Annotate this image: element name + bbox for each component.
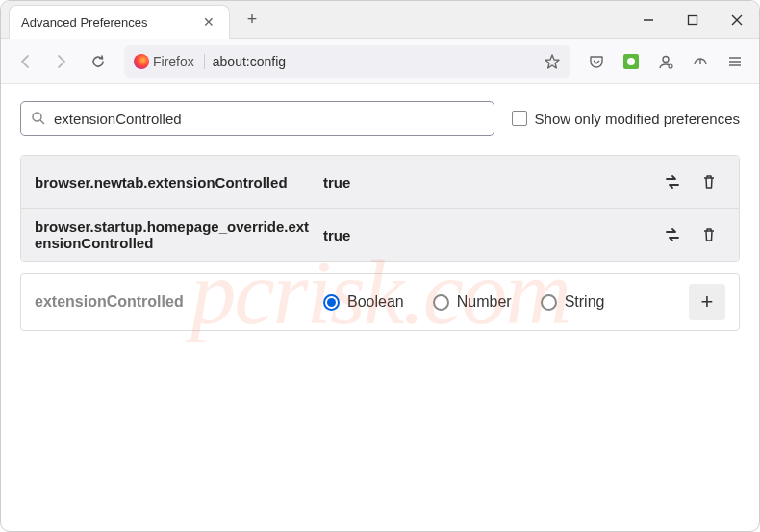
preference-row: browser.startup.homepage_override.extens… [21,209,739,261]
maximize-button[interactable] [671,1,715,38]
pocket-icon[interactable] [580,45,613,78]
preference-name: browser.newtab.extensionControlled [35,174,323,190]
delete-button[interactable] [693,165,725,198]
window-controls [626,1,759,38]
preference-value: true [323,227,652,243]
extension-icon[interactable] [615,45,647,78]
svg-line-13 [40,120,44,124]
titlebar: Advanced Preferences ✕ + [1,1,759,39]
svg-rect-1 [689,15,697,24]
new-tab-button[interactable]: + [238,6,266,35]
modified-only-checkbox[interactable]: Show only modified preferences [512,111,740,127]
svg-point-7 [669,64,672,68]
account-icon[interactable] [649,45,682,78]
radio-label: String [565,293,605,311]
search-box[interactable] [20,101,494,136]
add-preference-button[interactable]: + [689,284,725,320]
type-options: Boolean Number String [323,293,689,311]
preference-name: browser.startup.homepage_override.extens… [35,218,323,251]
new-preference-section: extensionControlled Boolean Number Strin… [20,273,740,331]
firefox-logo-icon [134,54,149,69]
reload-button[interactable] [82,45,114,78]
radio-icon [541,294,557,311]
svg-point-6 [663,56,669,62]
radio-icon [433,294,449,311]
search-input[interactable] [54,111,484,127]
type-radio-string[interactable]: String [541,293,605,311]
page-content: Show only modified preferences browser.n… [1,84,759,348]
close-tab-icon[interactable]: ✕ [200,13,217,31]
type-radio-number[interactable]: Number [433,293,512,311]
type-radio-boolean[interactable]: Boolean [323,293,404,311]
url-bar[interactable]: Firefox [124,45,570,78]
checkbox-icon [512,111,527,126]
overflow-icon[interactable] [684,45,717,78]
search-icon [31,111,46,126]
browser-tab[interactable]: Advanced Preferences ✕ [9,5,230,39]
bookmark-star-icon[interactable] [544,53,561,70]
identity-label: Firefox [153,54,194,69]
toggle-button[interactable] [656,218,689,251]
toolbar: Firefox [1,39,759,84]
svg-point-5 [627,58,635,65]
radio-icon [323,294,340,311]
close-window-button[interactable] [715,1,759,38]
tab-title: Advanced Preferences [21,15,200,30]
radio-label: Number [457,293,512,311]
minimize-button[interactable] [626,1,671,38]
preference-value: true [323,174,652,190]
new-preference-name: extensionControlled [35,293,323,311]
delete-button[interactable] [693,218,725,251]
svg-point-12 [33,113,41,121]
radio-label: Boolean [347,293,404,311]
back-button[interactable] [9,45,41,78]
preference-results: browser.newtab.extensionControlled true … [20,155,740,262]
forward-button[interactable] [45,45,78,78]
checkbox-label-text: Show only modified preferences [535,111,740,127]
preference-row: browser.newtab.extensionControlled true [21,156,739,209]
identity-box[interactable]: Firefox [134,54,205,69]
url-input[interactable] [213,54,536,69]
toggle-button[interactable] [656,165,689,198]
hamburger-menu-icon[interactable] [719,45,751,78]
